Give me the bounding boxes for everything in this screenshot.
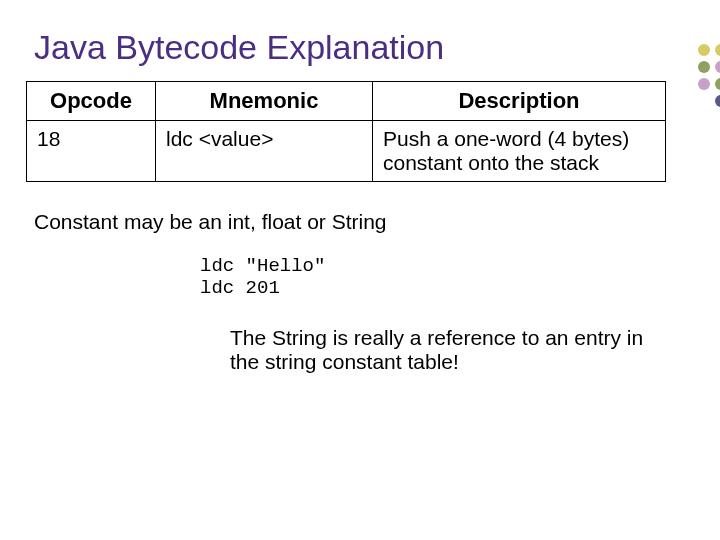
string-note: The String is really a reference to an e… [230,326,650,376]
opcode-table: Opcode Mnemonic Description 18 ldc <valu… [26,81,666,182]
slide-title: Java Bytecode Explanation [34,28,690,67]
code-example: ldc "Hello" ldc 201 [200,256,690,300]
cell-description: Push a one-word (4 bytes) constant onto … [373,121,666,182]
cell-mnemonic: ldc <value> [156,121,373,182]
table-row: 18 ldc <value> Push a one-word (4 bytes)… [27,121,666,182]
constant-note: Constant may be an int, float or String [34,210,690,234]
cell-opcode: 18 [27,121,156,182]
table-header-row: Opcode Mnemonic Description [27,82,666,121]
header-description: Description [373,82,666,121]
header-opcode: Opcode [27,82,156,121]
header-mnemonic: Mnemonic [156,82,373,121]
